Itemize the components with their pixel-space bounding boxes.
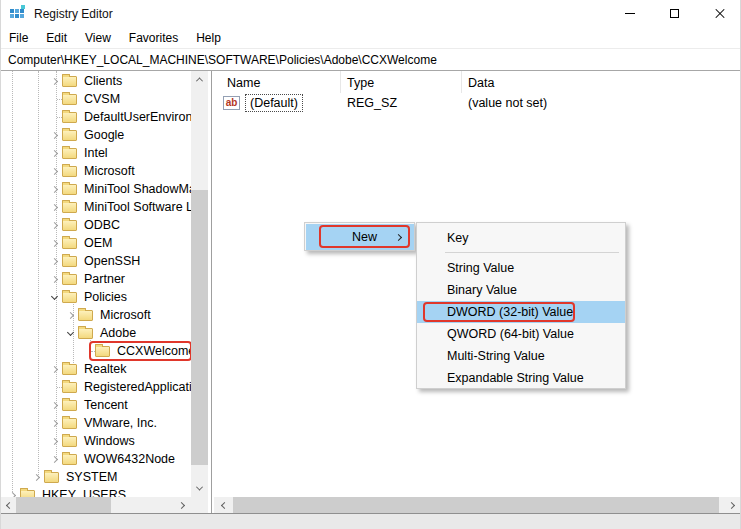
column-header-type[interactable]: Type <box>347 76 374 90</box>
tree-horizontal-scrollbar[interactable] <box>1 497 190 513</box>
folder-icon <box>62 94 77 105</box>
menu-file[interactable]: File <box>1 29 37 47</box>
chevron-right-icon[interactable] <box>47 254 62 268</box>
submenu-arrow-icon <box>395 234 402 241</box>
value-list-horizontal-scrollbar[interactable] <box>214 497 741 513</box>
folder-icon <box>62 400 77 411</box>
tree-item-realtek[interactable]: Realtek <box>47 360 128 378</box>
tree-item-vmware[interactable]: VMware, Inc. <box>47 414 159 432</box>
submenu-item-qword-64bit-value[interactable]: QWORD (64-bit) Value <box>417 323 625 345</box>
context-menu-item-new[interactable]: New <box>306 224 414 250</box>
submenu-item-dword-32bit-value[interactable]: DWORD (32-bit) Value <box>417 301 625 323</box>
chevron-right-icon[interactable] <box>47 416 62 430</box>
column-separator[interactable] <box>461 71 462 93</box>
tree-item-system[interactable]: SYSTEM <box>29 468 119 486</box>
value-name[interactable]: (Default) <box>245 94 303 112</box>
menu-help[interactable]: Help <box>187 29 230 47</box>
tree-item-defaultuserenvironment[interactable]: DefaultUserEnvironme <box>47 108 208 126</box>
submenu-item-binary-value[interactable]: Binary Value <box>417 279 625 301</box>
tree-item-partner[interactable]: Partner <box>47 270 127 288</box>
chevron-right-icon[interactable] <box>47 200 62 214</box>
pane-splitter[interactable] <box>211 71 212 513</box>
chevron-right-icon[interactable] <box>29 470 44 484</box>
tree-item-minitool-software[interactable]: MiniTool Software Lim <box>47 198 208 216</box>
chevron-right-icon[interactable] <box>47 362 62 376</box>
chevron-right-icon[interactable] <box>47 164 62 178</box>
maximize-icon <box>670 9 679 18</box>
annotation-box-new: New <box>319 225 410 248</box>
maximize-button[interactable] <box>652 0 697 27</box>
submenu-item-string-value[interactable]: String Value <box>417 257 625 279</box>
tree-item-wow6432node[interactable]: WOW6432Node <box>47 450 177 468</box>
folder-icon <box>44 472 59 483</box>
menu-favorites[interactable]: Favorites <box>120 29 187 47</box>
tree-vertical-scrollbar[interactable] <box>191 71 208 497</box>
folder-icon <box>62 274 77 285</box>
tree-item-policies[interactable]: Policies <box>47 288 129 306</box>
tree-hscroll-thumb[interactable] <box>16 497 111 513</box>
registry-editor-window: { "window": { "title": "Registry Editor"… <box>0 0 741 529</box>
folder-icon <box>62 418 77 429</box>
tree-item-intel[interactable]: Intel <box>47 144 110 162</box>
tree-item-ccxwelcome[interactable]: CCXWelcome <box>80 342 197 360</box>
submenu-item-expandable-string-value[interactable]: Expandable String Value <box>417 367 625 389</box>
context-menu: New <box>304 222 415 251</box>
tree-item-clients[interactable]: Clients <box>47 72 124 90</box>
address-bar[interactable]: Computer\HKEY_LOCAL_MACHINE\SOFTWARE\Pol… <box>1 48 741 71</box>
tree-item-oem[interactable]: OEM <box>47 234 114 252</box>
address-path: Computer\HKEY_LOCAL_MACHINE\SOFTWARE\Pol… <box>8 53 437 67</box>
folder-icon <box>78 310 93 321</box>
submenu-item-key[interactable]: Key <box>417 227 625 249</box>
tree-item-adobe[interactable]: Adobe <box>63 324 138 342</box>
chevron-right-icon[interactable] <box>47 128 62 142</box>
menu-bar: File Edit View Favorites Help <box>1 27 741 48</box>
chevron-down-icon[interactable] <box>63 326 78 340</box>
chevron-right-icon[interactable] <box>47 272 62 286</box>
menu-edit[interactable]: Edit <box>37 29 76 47</box>
folder-icon <box>62 364 77 375</box>
chevron-right-icon[interactable] <box>5 488 20 497</box>
tree-item-odbc[interactable]: ODBC <box>47 216 122 234</box>
chevron-right-icon[interactable] <box>63 308 78 322</box>
folder-icon <box>62 76 77 87</box>
registry-editor-icon <box>10 6 26 22</box>
tree-item-tencent[interactable]: Tencent <box>47 396 130 414</box>
menu-view[interactable]: View <box>76 29 120 47</box>
column-header-data[interactable]: Data <box>468 76 494 90</box>
scroll-left-arrow[interactable] <box>216 497 233 513</box>
tree-item-windows[interactable]: Windows <box>47 432 137 450</box>
tree-item-registeredapplications[interactable]: RegisteredApplication <box>47 378 208 396</box>
value-row-default[interactable]: (Default) REG_SZ (value not set) <box>214 94 741 113</box>
chevron-right-icon[interactable] <box>47 74 62 88</box>
tree-vscroll-thumb[interactable] <box>191 190 208 465</box>
scroll-right-arrow[interactable] <box>723 497 740 513</box>
tree-item-microsoft[interactable]: Microsoft <box>47 162 137 180</box>
chevron-down-icon[interactable] <box>47 290 62 304</box>
column-separator[interactable] <box>340 71 341 93</box>
scroll-down-arrow[interactable] <box>191 480 208 497</box>
window-title: Registry Editor <box>34 7 113 21</box>
chevron-right-icon[interactable] <box>47 398 62 412</box>
close-button[interactable] <box>697 0 741 27</box>
tree-item-hkey-users[interactable]: HKEY_USERS <box>5 486 128 497</box>
tree-item-cvsm[interactable]: CVSM <box>47 90 122 108</box>
chevron-right-icon[interactable] <box>47 218 62 232</box>
column-header-name[interactable]: Name <box>227 76 260 90</box>
chevron-right-icon[interactable] <box>47 236 62 250</box>
tree-item-openssh[interactable]: OpenSSH <box>47 252 142 270</box>
scroll-up-arrow[interactable] <box>191 71 208 88</box>
tree-item-minitool-shadowmaker[interactable]: MiniTool ShadowMak <box>47 180 204 198</box>
folder-icon <box>62 436 77 447</box>
chevron-right-icon[interactable] <box>47 452 62 466</box>
value-type: REG_SZ <box>347 96 397 110</box>
tree-item-policies-microsoft[interactable]: Microsoft <box>63 306 153 324</box>
scroll-right-arrow[interactable] <box>173 497 190 513</box>
folder-icon <box>62 148 77 159</box>
chevron-right-icon[interactable] <box>47 146 62 160</box>
value-hscroll-thumb[interactable] <box>233 497 719 513</box>
submenu-item-multi-string-value[interactable]: Multi-String Value <box>417 345 625 367</box>
tree-item-google[interactable]: Google <box>47 126 126 144</box>
minimize-button[interactable] <box>607 0 652 27</box>
chevron-right-icon[interactable] <box>47 182 62 196</box>
chevron-right-icon[interactable] <box>47 434 62 448</box>
